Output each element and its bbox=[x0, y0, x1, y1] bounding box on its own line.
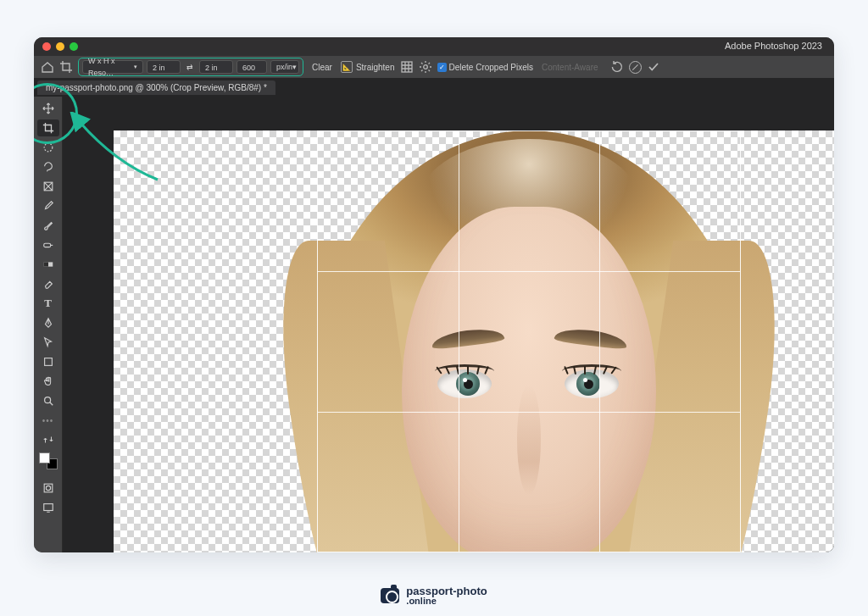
crop-confirm-group bbox=[610, 60, 660, 74]
foreground-background-colors[interactable] bbox=[39, 452, 58, 469]
type-tool[interactable]: T bbox=[37, 295, 59, 312]
resolution-unit-dropdown[interactable]: px/in ▾ bbox=[270, 60, 299, 74]
screen-mode-toggle[interactable] bbox=[37, 499, 59, 516]
app-title: Adobe Photoshop 2023 bbox=[725, 41, 822, 51]
crop-tool-icon bbox=[59, 60, 73, 74]
document-tabstrip: my-passport-photo.png @ 300% (Crop Previ… bbox=[34, 78, 834, 97]
watermark: passport-photo .online bbox=[0, 585, 868, 606]
crop-preset-dropdown[interactable]: W x H x Reso… ▾ bbox=[82, 60, 143, 74]
options-bar: W x H x Reso… ▾ 2 in ⇄ 2 in 600 px/in ▾ … bbox=[34, 56, 834, 78]
eyedropper-tool[interactable] bbox=[37, 197, 59, 214]
clear-button[interactable]: Clear bbox=[309, 60, 336, 74]
workspace: T ••• bbox=[34, 97, 834, 552]
svg-rect-4 bbox=[43, 243, 50, 247]
gradient-tool[interactable] bbox=[37, 256, 59, 273]
settings-gear-icon[interactable] bbox=[419, 60, 432, 74]
pen-tool[interactable] bbox=[37, 314, 59, 331]
checkbox-checked-icon: ✓ bbox=[437, 63, 447, 72]
crop-tool[interactable] bbox=[37, 119, 59, 136]
crop-preset-label: W x H x Reso… bbox=[88, 55, 134, 79]
foreground-color-swatch[interactable] bbox=[39, 452, 50, 463]
svg-point-2 bbox=[44, 143, 53, 152]
minimize-window-button[interactable] bbox=[56, 42, 64, 51]
overlay-grid-dropdown[interactable] bbox=[400, 60, 414, 74]
svg-point-8 bbox=[44, 397, 50, 403]
document-canvas[interactable] bbox=[114, 130, 834, 552]
crop-dimensions-group: W x H x Reso… ▾ 2 in ⇄ 2 in 600 px/in ▾ bbox=[78, 58, 303, 76]
hand-tool[interactable] bbox=[37, 373, 59, 390]
path-selection-tool[interactable] bbox=[37, 334, 59, 351]
svg-rect-9 bbox=[44, 484, 53, 492]
svg-rect-6 bbox=[43, 262, 47, 266]
toolbox: T ••• bbox=[34, 97, 63, 552]
content-aware-checkbox: Content-Aware bbox=[538, 60, 602, 74]
svg-rect-11 bbox=[43, 504, 53, 511]
window-titlebar: Adobe Photoshop 2023 bbox=[34, 37, 834, 56]
crop-overlay[interactable] bbox=[317, 130, 741, 552]
straighten-label: Straighten bbox=[356, 63, 395, 72]
reset-crop-button[interactable] bbox=[610, 60, 624, 74]
svg-point-10 bbox=[46, 486, 50, 490]
close-window-button[interactable] bbox=[42, 42, 51, 51]
frame-tool[interactable] bbox=[37, 178, 59, 195]
crop-resolution-input[interactable]: 600 bbox=[236, 60, 267, 74]
healing-brush-tool[interactable] bbox=[37, 236, 59, 253]
document-tab-label: my-passport-photo.png @ 300% (Crop Previ… bbox=[46, 83, 267, 92]
brush-tool[interactable] bbox=[37, 217, 59, 234]
straighten-icon: 📐 bbox=[341, 61, 353, 73]
svg-point-1 bbox=[423, 65, 427, 69]
maximize-window-button[interactable] bbox=[70, 42, 78, 51]
edit-toolbar-button[interactable]: ••• bbox=[37, 412, 59, 429]
shape-tool[interactable] bbox=[37, 353, 59, 370]
crop-width-input[interactable]: 2 in bbox=[147, 60, 181, 74]
chevron-down-icon: ▾ bbox=[134, 61, 137, 73]
canvas-area[interactable] bbox=[63, 97, 834, 552]
marquee-tool[interactable] bbox=[37, 139, 59, 156]
swap-dimensions-button[interactable]: ⇄ bbox=[184, 61, 196, 73]
document-tab[interactable]: my-passport-photo.png @ 300% (Crop Previ… bbox=[37, 80, 275, 95]
delete-cropped-label: Delete Cropped Pixels bbox=[449, 63, 534, 72]
watermark-line2: .online bbox=[406, 597, 487, 606]
svg-rect-0 bbox=[402, 62, 412, 72]
photoshop-window: Adobe Photoshop 2023 W x H x Reso… ▾ 2 i… bbox=[34, 37, 834, 552]
delete-cropped-checkbox[interactable]: ✓ Delete Cropped Pixels bbox=[437, 63, 534, 72]
resolution-unit-label: px/in bbox=[276, 61, 292, 73]
home-icon[interactable] bbox=[41, 60, 54, 74]
crop-height-input[interactable]: 2 in bbox=[199, 60, 233, 74]
move-tool[interactable] bbox=[37, 100, 59, 117]
quick-mask-toggle[interactable] bbox=[37, 480, 59, 497]
camera-icon bbox=[381, 588, 399, 603]
chevron-down-icon: ▾ bbox=[292, 61, 297, 73]
swap-colors-icon[interactable] bbox=[37, 431, 59, 448]
lasso-tool[interactable] bbox=[37, 158, 59, 175]
window-controls bbox=[42, 42, 78, 51]
straighten-button[interactable]: 📐 Straighten bbox=[341, 61, 395, 73]
zoom-tool[interactable] bbox=[37, 392, 59, 409]
eraser-tool[interactable] bbox=[37, 275, 59, 292]
svg-rect-7 bbox=[44, 358, 52, 366]
cancel-crop-button[interactable] bbox=[629, 61, 642, 74]
commit-crop-button[interactable] bbox=[647, 60, 660, 74]
